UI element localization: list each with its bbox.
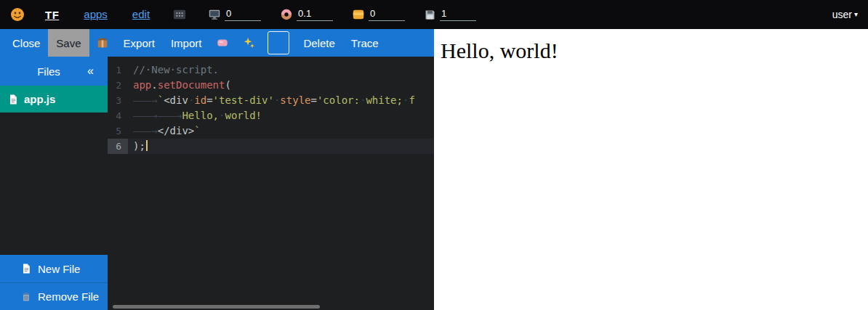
chevron-down-icon: ▾ — [854, 11, 858, 18]
sidebar-empty-area — [0, 113, 108, 255]
code-line-4[interactable]: 4———→———→Hello,·world! — [108, 108, 434, 123]
soap-button[interactable] — [209, 29, 236, 57]
app-root: TF appsedit 00.101 user ▾ CloseSaveExpor… — [0, 0, 868, 310]
new-file-button[interactable]: New File — [0, 255, 108, 282]
user-menu-button[interactable]: user ▾ — [832, 9, 858, 20]
file-item-app.js[interactable]: app.js — [0, 86, 108, 113]
code-token: = — [206, 94, 212, 106]
user-label: user — [832, 9, 852, 20]
code-token: 'color: — [317, 94, 360, 106]
button-label: Close — [12, 37, 40, 49]
file-actions: New FileRemove File — [0, 255, 108, 310]
code-text: ); — [128, 139, 434, 154]
import-button[interactable]: Import — [163, 29, 210, 57]
sparkles-icon — [242, 36, 255, 49]
file-list: app.js — [0, 86, 108, 113]
code-token: ———→ — [133, 110, 158, 121]
sparkles-button[interactable] — [236, 29, 262, 57]
code-token: app — [133, 79, 151, 91]
code-token: ———→ — [133, 125, 158, 136]
workspace: Files « app.js New FileRemove File 1//·N… — [0, 57, 434, 310]
stat-value: 0.1 — [297, 9, 333, 21]
smiley-logo-icon[interactable] — [10, 7, 25, 22]
save-button[interactable]: Save — [48, 29, 89, 57]
monitor-icon — [208, 8, 221, 21]
stat-value: 1 — [440, 9, 476, 21]
button-label: Save — [56, 37, 81, 49]
code-token: setDocument — [158, 79, 225, 91]
donut-stat[interactable]: 0.1 — [280, 8, 333, 21]
code-token: id — [194, 94, 206, 106]
code-text: app.setDocument( — [128, 78, 434, 93]
code-line-5[interactable]: 5———→</div>` — [108, 123, 434, 139]
code-token: //·New·script. — [133, 64, 219, 76]
topbar-stats: 00.101 — [208, 8, 476, 21]
files-title: Files — [0, 65, 87, 78]
monitor-stat[interactable]: 0 — [208, 8, 261, 21]
code-token: ); — [133, 140, 145, 152]
code-line-3[interactable]: 3———→`<div·id='test-div'·style='color:·w… — [108, 93, 434, 108]
package-icon — [96, 36, 109, 49]
trace-button[interactable]: Trace — [343, 29, 387, 57]
code-text: ———→</div>` — [128, 123, 434, 139]
delete-button[interactable]: Delete — [295, 29, 342, 57]
code-token: ———→ — [158, 110, 182, 121]
preview-text: Hello, world! — [434, 29, 868, 63]
code-token: ` — [158, 94, 164, 106]
files-header: Files « — [0, 57, 108, 86]
donut-icon — [280, 8, 293, 21]
file-icon — [20, 263, 32, 274]
code-token: Hello, — [182, 110, 219, 121]
app-preview: Hello, world! — [434, 29, 868, 310]
line-number: 3 — [108, 93, 128, 108]
code-text: //·New·script. — [128, 62, 434, 78]
blank-button[interactable] — [268, 31, 289, 54]
brand-link[interactable]: TF — [45, 9, 59, 21]
code-token: . — [151, 79, 157, 91]
action-label: New File — [38, 263, 80, 275]
code-token: ` — [194, 125, 200, 136]
button-label: Trace — [351, 37, 379, 49]
code-token: white; — [366, 94, 403, 106]
code-line-6[interactable]: 6); — [108, 139, 434, 154]
disk-icon — [424, 9, 436, 21]
line-number: 6 — [108, 139, 128, 154]
collapse-sidebar-button[interactable]: « — [87, 65, 108, 78]
main-area: CloseSaveExportImportDeleteTrace Files «… — [0, 29, 868, 310]
code-token: world! — [225, 110, 262, 121]
code-token: 'test-div' — [213, 94, 274, 106]
keypad-icon[interactable] — [173, 8, 186, 21]
line-number: 2 — [108, 78, 128, 93]
package-button[interactable] — [89, 29, 116, 57]
remove-file-button[interactable]: Remove File — [0, 282, 108, 310]
export-button[interactable]: Export — [116, 29, 163, 57]
nav-link-apps[interactable]: apps — [84, 8, 108, 20]
nav-link-edit[interactable]: edit — [132, 8, 150, 20]
code-token: <div — [164, 94, 188, 106]
code-token: ( — [225, 79, 230, 91]
trash-icon — [20, 291, 32, 303]
files-sidebar: Files « app.js New FileRemove File — [0, 57, 108, 310]
horizontal-scrollbar[interactable] — [113, 305, 320, 309]
code-editor[interactable]: 1//·New·script.2app.setDocument(3———→`<d… — [108, 57, 434, 310]
topbar: TF appsedit 00.101 user ▾ — [0, 0, 868, 29]
money-stat[interactable]: 0 — [352, 8, 405, 21]
soap-icon — [216, 36, 229, 49]
file-name: app.js — [24, 93, 55, 105]
action-label: Remove File — [38, 290, 99, 303]
button-label: Import — [171, 37, 202, 49]
stat-value: 0 — [225, 9, 261, 21]
code-token: ———→ — [133, 94, 158, 106]
code-line-2[interactable]: 2app.setDocument( — [108, 78, 434, 93]
code-line-1[interactable]: 1//·New·script. — [108, 62, 434, 78]
disk-stat[interactable]: 1 — [424, 8, 476, 21]
line-number: 5 — [108, 123, 128, 139]
text-cursor — [146, 140, 148, 151]
stat-value: 0 — [369, 9, 405, 21]
editor-toolbar: CloseSaveExportImportDeleteTrace — [0, 29, 434, 57]
button-label: Delete — [303, 37, 334, 49]
code-token: f — [409, 94, 414, 106]
code-text: ———→———→Hello,·world! — [128, 108, 434, 123]
close-button[interactable]: Close — [4, 29, 48, 57]
code-text: ———→`<div·id='test-div'·style='color:·wh… — [128, 93, 434, 108]
